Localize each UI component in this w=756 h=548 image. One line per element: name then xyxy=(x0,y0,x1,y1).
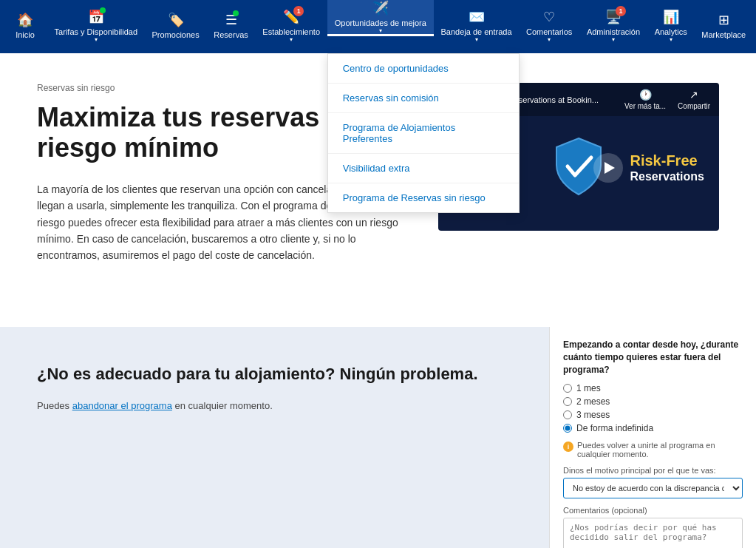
video-watch-later[interactable]: 🕐 Ver más ta... xyxy=(624,89,666,110)
dropdown-item-3[interactable]: Visibilidad extra xyxy=(328,154,519,183)
option-3meses[interactable]: 3 meses xyxy=(563,410,743,420)
leave-desc-before: Puedes xyxy=(37,400,69,411)
oportunidades-icon: ✈️ xyxy=(372,0,389,16)
nav-promociones-label: Promociones xyxy=(152,30,200,39)
share-label: Compartir xyxy=(678,102,710,110)
nav-administracion[interactable]: 🖥️1 Administración ▾ xyxy=(579,0,647,53)
nav-oportunidades[interactable]: ✈️ Oportunidades de mejora ▾ xyxy=(327,0,434,36)
play-button[interactable] xyxy=(593,153,623,183)
reservas-icon: ☰ xyxy=(225,12,237,28)
info-text: Puedes volver a unirte al programa en cu… xyxy=(577,441,743,459)
comentarios-icon: ♡ xyxy=(543,9,555,25)
analytics-icon: 📊 xyxy=(663,9,679,25)
nav-oportunidades-label: Oportunidades de mejora xyxy=(335,18,426,27)
tarifas-chevron: ▾ xyxy=(95,36,98,43)
bandeja-chevron: ▾ xyxy=(475,36,478,43)
nav-tarifas[interactable]: 📅 Tarifas y Disponibilidad ▾ xyxy=(47,0,145,53)
leave-desc-after: en cualquier momento. xyxy=(175,400,273,411)
dropdown-item-4[interactable]: Programa de Reservas sin riesgo xyxy=(328,183,519,212)
option-2meses-label: 2 meses xyxy=(576,396,610,407)
bandeja-icon: ✉️ xyxy=(469,9,485,25)
oportunidades-dropdown: Centro de oportunidades Reservas sin com… xyxy=(327,53,520,213)
nav-reservas-label: Reservas xyxy=(214,30,248,39)
option-2meses[interactable]: 2 meses xyxy=(563,396,743,407)
dropdown-item-2[interactable]: Programa de Alojamientos Preferentes xyxy=(328,113,519,154)
info-note: i Puedes volver a unirte al programa en … xyxy=(563,441,743,459)
establecimiento-icon: ✏️1 xyxy=(283,9,299,25)
nav-inicio[interactable]: 🏠 Inicio xyxy=(3,0,47,53)
nav-promociones[interactable]: 🏷️ Promociones xyxy=(145,0,207,53)
comments-textarea[interactable] xyxy=(563,518,743,548)
nav-analytics-label: Analytics xyxy=(655,27,687,36)
video-share[interactable]: ↗ Compartir xyxy=(678,89,710,110)
option-1mes-label: 1 mes xyxy=(576,383,601,393)
select-label: Dinos el motivo principal por el que te … xyxy=(563,466,743,475)
reason-select[interactable]: No estoy de acuerdo con la discrepancia … xyxy=(563,478,743,498)
panel-question: Empezando a contar desde hoy, ¿durante c… xyxy=(563,339,743,376)
textarea-label: Comentarios (opcional) xyxy=(563,506,743,515)
promociones-icon: 🏷️ xyxy=(168,12,184,28)
share-icon: ↗ xyxy=(689,89,698,101)
radio-1mes[interactable] xyxy=(563,384,572,393)
option-indefinida-label: De forma indefinida xyxy=(576,423,653,433)
tarifas-dot xyxy=(100,7,106,13)
info-icon: i xyxy=(563,442,573,452)
clock-icon: 🕐 xyxy=(639,89,652,101)
right-panel: Empezando a contar desde hoy, ¿durante c… xyxy=(549,327,756,548)
nav-administracion-label: Administración xyxy=(587,27,640,36)
nav-tarifas-label: Tarifas y Disponibilidad xyxy=(55,27,138,36)
administracion-badge: 1 xyxy=(616,6,626,16)
nav-bandeja-label: Bandeja de entrada xyxy=(441,27,512,36)
leave-program-title: ¿No es adecuado para tu alojamiento? Nin… xyxy=(37,364,512,385)
video-actions: 🕐 Ver más ta... ↗ Compartir xyxy=(624,89,710,110)
risk-free-line1: Risk-Free xyxy=(630,152,705,169)
reservas-dot xyxy=(233,10,239,16)
establecimiento-chevron: ▾ xyxy=(290,36,293,43)
radio-3meses[interactable] xyxy=(563,410,572,419)
option-indefinida[interactable]: De forma indefinida xyxy=(563,423,743,433)
analytics-chevron: ▾ xyxy=(670,36,672,43)
leave-program-description: Puedes abandonar el programa en cualquie… xyxy=(37,400,512,411)
nav-reservas[interactable]: ☰ Reservas xyxy=(206,0,255,53)
risk-free-overlay: Risk-Free Reservations xyxy=(630,152,705,183)
nav-comentarios-label: Comentarios xyxy=(526,27,572,36)
administracion-chevron: ▾ xyxy=(612,36,615,43)
leave-program-section: ¿No es adecuado para tu alojamiento? Nin… xyxy=(0,327,549,548)
tarifas-icon: 📅 xyxy=(88,9,104,25)
lower-section: ¿No es adecuado para tu alojamiento? Nin… xyxy=(0,327,756,548)
nav-inicio-label: Inicio xyxy=(16,30,35,39)
nav-oportunidades-container: ✈️ Oportunidades de mejora ▾ Centro de o… xyxy=(327,0,434,53)
comentarios-chevron: ▾ xyxy=(548,36,551,43)
risk-free-line2: Reservations xyxy=(630,169,705,183)
nav-bandeja[interactable]: ✉️ Bandeja de entrada ▾ xyxy=(434,0,519,53)
nav-establecimiento-label: Establecimiento xyxy=(262,27,320,36)
inicio-icon: 🏠 xyxy=(17,12,33,28)
nav-analytics[interactable]: 📊 Analytics ▾ xyxy=(647,0,695,53)
marketplace-icon: ⊞ xyxy=(718,12,729,28)
navbar: 🏠 Inicio 📅 Tarifas y Disponibilidad ▾ 🏷️… xyxy=(0,0,756,53)
establecimiento-badge: 1 xyxy=(293,6,304,16)
nav-marketplace-label: Marketplace xyxy=(701,30,746,39)
oportunidades-chevron: ▾ xyxy=(379,27,382,34)
duration-options: 1 mes 2 meses 3 meses De forma indefinid… xyxy=(563,383,743,433)
option-1mes[interactable]: 1 mes xyxy=(563,383,743,393)
watch-later-label: Ver más ta... xyxy=(624,102,666,110)
dropdown-item-0[interactable]: Centro de oportunidades xyxy=(328,54,519,84)
radio-indefinida[interactable] xyxy=(563,424,572,433)
administracion-icon: 🖥️1 xyxy=(605,9,622,25)
dropdown-item-1[interactable]: Reservas sin comisión xyxy=(328,84,519,113)
nav-marketplace[interactable]: ⊞ Marketplace xyxy=(695,0,754,53)
abandon-link[interactable]: abandonar el programa xyxy=(72,400,172,411)
nav-establecimiento[interactable]: ✏️1 Establecimiento ▾ xyxy=(256,0,327,53)
option-3meses-label: 3 meses xyxy=(576,410,610,420)
nav-comentarios[interactable]: ♡ Comentarios ▾ xyxy=(519,0,579,53)
radio-2meses[interactable] xyxy=(563,397,572,406)
